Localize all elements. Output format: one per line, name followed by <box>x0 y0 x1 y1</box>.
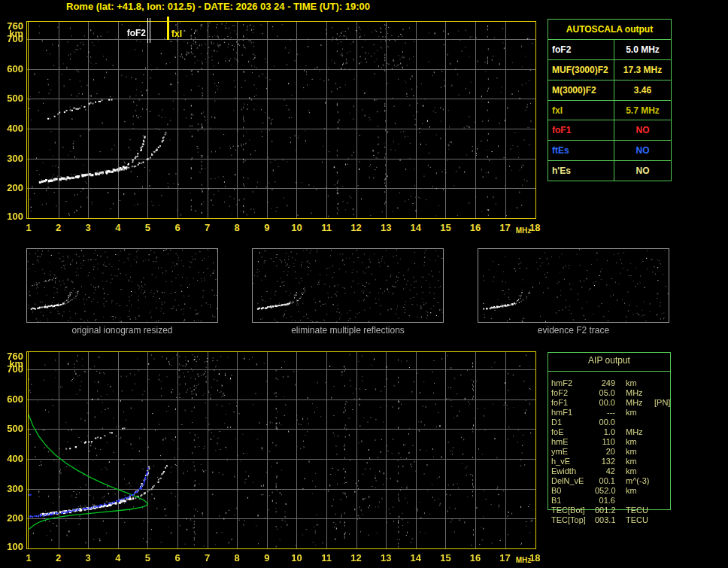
parameter-value: 5.0 MHz <box>614 40 671 59</box>
x-tick-label: 14 <box>405 553 427 563</box>
aip-table-title: AIP output <box>548 355 671 366</box>
fxi-marker-label: fxI <box>171 29 182 39</box>
table-row: TEC[Bot]001.2TECU <box>551 506 669 515</box>
x-tick-label: 7 <box>196 553 219 563</box>
parameter-label: TEC[Bot] <box>551 506 595 515</box>
parameter-extra <box>654 496 669 506</box>
parameter-extra <box>654 457 669 466</box>
spacer <box>615 437 626 447</box>
parameter-label: hmF2 <box>551 378 595 388</box>
spacer <box>615 388 626 398</box>
spacer <box>615 515 626 525</box>
parameter-value: 17.3 MHz <box>614 60 671 80</box>
x-tick-label: 14 <box>405 223 427 233</box>
x-tick-label: 15 <box>434 553 457 563</box>
x-tick-label: 3 <box>77 553 99 563</box>
x-tick-label: 9 <box>256 223 278 233</box>
spacer <box>615 476 626 486</box>
spacer <box>615 486 626 496</box>
parameter-label: foF1 <box>551 398 595 408</box>
parameter-unit: km <box>626 486 654 496</box>
x-tick-label: 16 <box>464 223 487 233</box>
x-tick-label: 17 <box>494 553 517 563</box>
parameter-value: 001.2 <box>595 506 615 515</box>
parameter-unit: MHz <box>626 427 654 437</box>
parameter-unit: km <box>626 457 654 466</box>
y-tick-label: 700 <box>0 364 23 375</box>
aip-table-divider <box>548 371 671 372</box>
parameter-label: D1 <box>551 418 595 427</box>
parameter-label: foF2 <box>548 40 614 59</box>
table-row: hmF1---km <box>551 408 669 418</box>
x-tick-label: 7 <box>196 223 219 233</box>
parameter-label: foF1 <box>548 120 614 140</box>
x-tick-label: 12 <box>345 223 368 233</box>
top-mhz-label: MHz <box>513 226 534 235</box>
parameter-unit: km <box>626 437 654 447</box>
x-tick-label: 1 <box>17 223 40 233</box>
parameter-label: MUF(3000)F2 <box>548 60 614 80</box>
x-tick-label: 5 <box>136 223 159 233</box>
x-tick-label: 2 <box>47 553 70 563</box>
parameter-value: 132 <box>595 457 615 466</box>
parameter-extra <box>654 476 669 486</box>
fof2-marker-line <box>147 18 148 43</box>
x-tick-label: 12 <box>345 553 368 563</box>
table-row: TEC[Top]003.1TECU <box>551 515 669 525</box>
parameter-extra <box>654 408 669 418</box>
x-tick-label: 2 <box>47 223 70 233</box>
y-tick-label: 500 <box>0 93 23 104</box>
parameter-label: Ewidth <box>551 466 595 476</box>
x-tick-label: 10 <box>285 223 308 233</box>
parameter-label: B0 <box>551 486 595 496</box>
parameter-unit: MHz <box>626 398 654 408</box>
top-ionogram-plot <box>26 21 536 219</box>
table-row: foF100.0MHz[PN] <box>551 398 669 408</box>
parameter-label: B1 <box>551 496 595 506</box>
spacer <box>615 496 626 506</box>
fof2-marker-line-2 <box>150 18 150 43</box>
autoscala-table-title: AUTOSCALA output <box>548 20 671 40</box>
parameter-unit: TECU <box>626 515 654 525</box>
y-tick-label: 500 <box>0 424 23 434</box>
parameter-extra <box>654 418 669 427</box>
table-row: Ewidth42km <box>551 466 669 476</box>
parameter-label: M(3000)F2 <box>548 80 614 100</box>
y-tick-label: 100 <box>0 211 23 222</box>
parameter-value: 00.0 <box>595 398 615 408</box>
parameter-value: 00.0 <box>595 418 615 427</box>
parameter-value: 1.0 <box>595 427 615 437</box>
thumbnail-caption-eliminate: eliminate multiple reflections <box>252 325 444 336</box>
parameter-label: hmE <box>551 437 595 447</box>
table-row: B0052.0km <box>551 486 669 496</box>
spacer <box>615 408 626 418</box>
x-tick-label: 4 <box>107 223 129 233</box>
x-tick-label: 13 <box>375 553 397 563</box>
table-row: foF205.0MHz <box>551 388 669 398</box>
thumbnail-caption-evidence: evidence F2 trace <box>478 325 669 336</box>
parameter-unit: km <box>626 378 654 388</box>
table-row: fxI5.7 MHz <box>548 101 671 121</box>
thumbnail-evidence-f2-trace <box>478 248 669 323</box>
parameter-label: fxI <box>548 101 614 120</box>
y-tick-label: 600 <box>0 394 23 405</box>
parameter-extra <box>654 447 669 457</box>
parameter-extra <box>654 466 669 476</box>
parameter-value: 00.1 <box>595 476 615 486</box>
x-tick-label: 8 <box>226 553 248 563</box>
parameter-value: 249 <box>595 378 615 388</box>
autoscala-output-table: AUTOSCALA output foF25.0 MHzMUF(3000)F21… <box>548 19 672 181</box>
x-tick-label: 13 <box>375 223 397 233</box>
y-tick-label: 300 <box>0 484 23 494</box>
y-tick-label: 760 <box>0 351 23 362</box>
parameter-label: foF2 <box>551 388 595 398</box>
parameter-unit: km <box>626 447 654 457</box>
page-title: Rome (lat: +41.8, lon: 012.5) - DATE: 20… <box>66 1 370 12</box>
x-tick-label: 11 <box>315 223 338 233</box>
parameter-extra <box>654 388 669 398</box>
spacer <box>615 418 626 427</box>
x-tick-label: 1 <box>17 553 40 563</box>
spacer <box>615 427 626 437</box>
y-tick-label: 600 <box>0 64 23 74</box>
spacer <box>615 466 626 476</box>
